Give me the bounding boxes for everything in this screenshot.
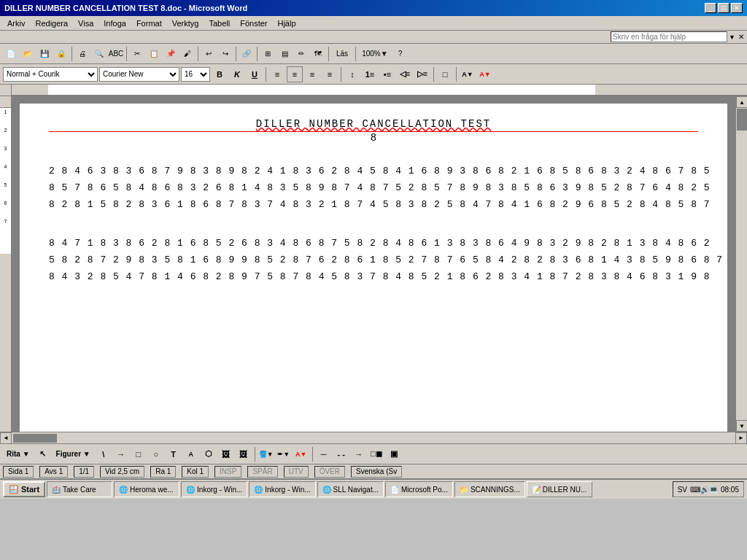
diagram-tool[interactable]: ⬡	[201, 446, 217, 462]
arrow-tool[interactable]: →	[113, 446, 129, 462]
scroll-up-button[interactable]: ▲	[736, 96, 747, 108]
font-color[interactable]: A▼	[477, 66, 493, 82]
arrow-style[interactable]: →	[351, 446, 367, 462]
scroll-thumb[interactable]	[737, 109, 747, 131]
oval-tool[interactable]: ○	[148, 446, 164, 462]
start-button[interactable]: 🪟 Start	[3, 481, 45, 497]
menu-visa[interactable]: Visa	[74, 18, 98, 28]
menu-infoga[interactable]: Infoga	[99, 18, 131, 28]
taskbar-heroma[interactable]: 🌐 Heroma we...	[114, 481, 179, 497]
system-icons: ⌨🔊💻	[690, 486, 718, 494]
copy-button[interactable]: 📋	[146, 46, 162, 62]
spell-button[interactable]: ABC	[108, 46, 124, 62]
wordart-tool[interactable]: A	[183, 446, 199, 462]
zoom-dropdown[interactable]: 100%▼	[358, 46, 391, 62]
dash-style[interactable]: - -	[333, 446, 349, 462]
close-button[interactable]: ✕	[731, 3, 743, 13]
decrease-indent[interactable]: ◁≡	[397, 66, 413, 82]
permission-button[interactable]: 🔒	[53, 46, 69, 62]
style-select[interactable]: Normal + Courik	[3, 67, 98, 82]
print-button[interactable]: 🖨	[74, 46, 90, 62]
fill-color-draw[interactable]: 🪣▼	[258, 446, 274, 462]
justify[interactable]: ≡	[322, 66, 338, 82]
clipart-tool[interactable]: 🖼	[218, 446, 234, 462]
taskbar-takecare[interactable]: 🏥 Take Care	[47, 481, 112, 497]
textbox-tool[interactable]: T	[166, 446, 182, 462]
h-scroll-thumb[interactable]	[13, 434, 57, 443]
document-area[interactable]: DILLER NUMBER CANCELLATION TEST 8 2 8 4 …	[12, 96, 735, 432]
horizontal-scrollbar[interactable]: ◄ ►	[0, 432, 747, 443]
rect-tool[interactable]: □	[131, 446, 147, 462]
scroll-down-button[interactable]: ▼	[736, 420, 747, 432]
select-tool[interactable]: ↖	[35, 446, 51, 462]
align-right[interactable]: ≡	[304, 66, 320, 82]
open-button[interactable]: 📂	[20, 46, 36, 62]
draw-menu[interactable]: Rita ▼	[3, 446, 34, 462]
3d-style[interactable]: ▣	[386, 446, 402, 462]
doc-map-button[interactable]: 🗺	[310, 46, 326, 62]
save-button[interactable]: 💾	[36, 46, 53, 62]
italic-button[interactable]: K	[229, 66, 245, 82]
read-button[interactable]: Läs	[331, 46, 353, 62]
undo-button[interactable]: ↩	[201, 46, 217, 62]
cut-button[interactable]: ✂	[129, 46, 145, 62]
help-btn[interactable]: ?	[392, 46, 409, 62]
hyperlink-button[interactable]: 🔗	[239, 46, 255, 62]
maximize-button[interactable]: ⊡	[718, 3, 729, 13]
taskbar-diller[interactable]: 📝 DILLER NU...	[527, 481, 592, 497]
columns-button[interactable]: ▤	[276, 46, 293, 62]
font-color-draw[interactable]: A▼	[293, 446, 309, 462]
scroll-right-button[interactable]: ►	[735, 432, 747, 444]
taskbar-sll[interactable]: 🌐 SLL Navigat...	[317, 481, 384, 497]
menu-tabell[interactable]: Tabell	[204, 18, 234, 28]
bold-button[interactable]: B	[212, 66, 228, 82]
toolbar: 📄 📂 💾 🔒 🖨 🔍 ABC ✂ 📋 📌 🖌 ↩ ↪ 🔗 ⊞ ▤ ✏ 🗺 Lä…	[0, 44, 747, 64]
underline-button[interactable]: U	[247, 66, 263, 82]
help-chevron[interactable]: ▼	[729, 34, 735, 41]
menu-redigera[interactable]: Redigera	[31, 18, 72, 28]
redo-button[interactable]: ↪	[217, 46, 233, 62]
vertical-scrollbar[interactable]: ▲ ▼	[735, 96, 747, 432]
size-select[interactable]: 16	[181, 67, 210, 82]
menu-format[interactable]: Format	[132, 18, 166, 28]
menu-arkiv[interactable]: Arkiv	[3, 18, 29, 28]
taskbar-scanning[interactable]: 📁 SCANNINGS...	[454, 481, 525, 497]
taskbar-inkorg2[interactable]: 🌐 Inkorg - Win...	[249, 481, 315, 497]
outside-border[interactable]: □	[437, 66, 453, 82]
line-tool[interactable]: \	[96, 446, 112, 462]
menu-verktyg[interactable]: Verktyg	[168, 18, 204, 28]
paste-button[interactable]: 📌	[163, 46, 179, 62]
taskbar-mspo[interactable]: 📄 Microsoft Po...	[385, 481, 453, 497]
highlight-color[interactable]: A▼	[460, 66, 476, 82]
align-left[interactable]: ≡	[269, 66, 285, 82]
menu-fonster[interactable]: Fönster	[236, 18, 271, 28]
figures-menu[interactable]: Figurer ▼	[53, 446, 94, 462]
table-button[interactable]: ⊞	[260, 46, 276, 62]
shadow-style[interactable]: □◼	[368, 446, 384, 462]
menu-hjalp[interactable]: Hjälp	[273, 18, 300, 28]
bullets[interactable]: •≡	[379, 66, 395, 82]
increase-indent[interactable]: ▷≡	[414, 66, 430, 82]
numbering[interactable]: 1≡	[362, 66, 378, 82]
help-close[interactable]: ✕	[738, 33, 744, 41]
image-tool[interactable]: 🖼	[236, 446, 252, 462]
scroll-thumb-area[interactable]	[736, 108, 747, 420]
page-status: Sida 1	[3, 466, 34, 478]
scroll-left-button[interactable]: ◄	[0, 432, 12, 444]
pageof-status: 1/1	[74, 466, 94, 478]
minimize-button[interactable]: _	[705, 3, 716, 13]
drawing-button[interactable]: ✏	[293, 46, 309, 62]
align-center[interactable]: ≡	[287, 66, 303, 82]
line-color-draw[interactable]: ✒▼	[276, 446, 292, 462]
taskbar-inkorg1[interactable]: 🌐 Inkorg - Win...	[181, 481, 247, 497]
preview-button[interactable]: 🔍	[91, 46, 107, 62]
font-select[interactable]: Courier New	[99, 67, 179, 82]
format-painter[interactable]: 🖌	[179, 46, 196, 62]
new-button[interactable]: 📄	[3, 46, 19, 62]
line-spacing[interactable]: ↕	[344, 66, 360, 82]
line-style[interactable]: ─	[316, 446, 332, 462]
help-input[interactable]	[611, 31, 727, 42]
ruler-container: // Tick marks will be drawn by CSS backg…	[0, 85, 747, 96]
sep1	[71, 47, 72, 61]
start-windows-icon: 🪟	[9, 485, 19, 494]
